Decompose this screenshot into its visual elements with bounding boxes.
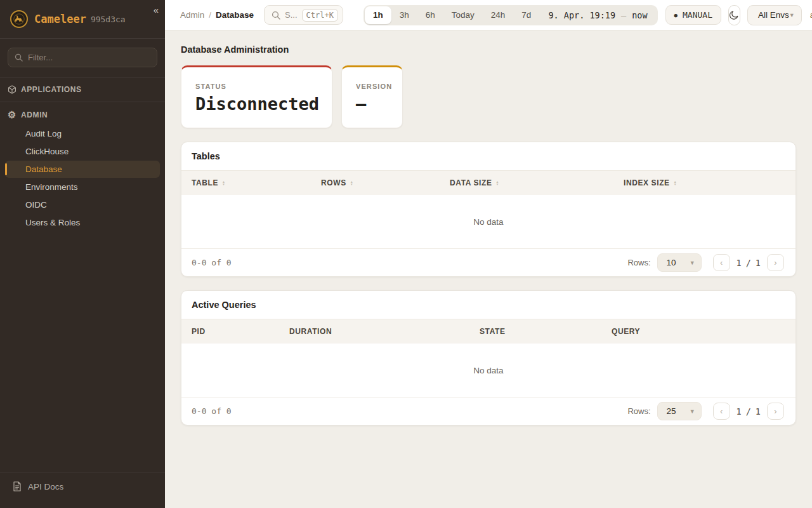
api-docs-link[interactable]: API Docs: [0, 472, 165, 508]
environment-select[interactable]: All Envs ▼: [747, 5, 802, 25]
version-card-label: VERSION: [356, 83, 388, 90]
total-pages: 1: [756, 406, 761, 417]
breadcrumb-admin[interactable]: Admin: [180, 10, 204, 20]
rows-per-page-select[interactable]: 10 ▼: [657, 253, 702, 272]
sidebar-header: Cameleer 995d3ca «: [0, 0, 165, 39]
environment-select-value: All Envs: [758, 10, 789, 20]
total-pages: 1: [756, 258, 761, 268]
time-range-6h[interactable]: 6h: [417, 6, 443, 24]
queries-pagination: 0-0 of 0 Rows: 25 ▼ ‹ 1 / 1 ›: [181, 397, 796, 425]
time-range-1h[interactable]: 1h: [365, 6, 391, 24]
sort-icon: ▲▼: [350, 180, 354, 185]
prev-page-button[interactable]: ‹: [713, 254, 730, 271]
rows-per-page-select[interactable]: 25 ▼: [657, 402, 702, 420]
rows-per-page-label: Rows:: [627, 406, 650, 416]
current-page: 1: [737, 406, 742, 417]
time-range-selector: 1h 3h 6h Today 24h 7d 9. Apr. 19:19 — no…: [363, 5, 658, 25]
global-search-button[interactable]: S... Ctrl+K: [264, 5, 343, 25]
camel-logo-icon: [10, 10, 28, 28]
next-page-button[interactable]: ›: [767, 403, 784, 420]
next-page-button[interactable]: ›: [767, 254, 784, 271]
refresh-mode-button[interactable]: ● MANUAL: [665, 5, 721, 25]
sidebar-item-users-roles[interactable]: Users & Roles: [5, 214, 160, 231]
date-range-start: 9. Apr. 19:19: [548, 10, 615, 20]
app-logo-text: Cameleer: [34, 13, 86, 25]
sidebar-item-database[interactable]: Database: [5, 161, 160, 178]
column-label: DURATION: [289, 327, 332, 336]
stat-cards-row: STATUS Disconnected VERSION —: [181, 65, 796, 128]
column-header-pid[interactable]: PID: [192, 327, 289, 336]
column-header-state[interactable]: STATE: [480, 327, 612, 336]
active-queries-card: Active Queries PID DURATION STATE QUERY …: [181, 290, 796, 425]
breadcrumb: Admin / Database: [180, 10, 254, 20]
filter-input[interactable]: [28, 53, 150, 62]
column-label: TABLE: [192, 178, 218, 187]
column-label: DATA SIZE: [450, 178, 492, 187]
time-range-7d[interactable]: 7d: [513, 6, 539, 24]
column-header-query[interactable]: QUERY: [612, 327, 785, 336]
page-title: Database Administration: [181, 44, 796, 55]
date-range-separator: —: [621, 10, 626, 20]
sidebar-collapse-icon[interactable]: «: [154, 5, 159, 15]
tables-card: Tables TABLE ▲▼ ROWS ▲▼ DATA SIZE ▲▼ IND…: [181, 142, 796, 277]
rows-per-page-label: Rows:: [627, 258, 650, 267]
sort-icon: ▲▼: [496, 180, 500, 185]
section-label: ADMIN: [21, 110, 48, 119]
admin-nav-list: Audit Log ClickHouse Database Environmen…: [0, 123, 165, 237]
page-indicator: 1 / 1: [737, 406, 761, 417]
sidebar-item-clickhouse[interactable]: ClickHouse: [5, 143, 160, 160]
queries-header-row: PID DURATION STATE QUERY: [181, 319, 796, 344]
app-version-hash: 995d3ca: [91, 15, 126, 24]
time-range-today[interactable]: Today: [443, 6, 483, 24]
search-icon: [272, 11, 280, 20]
search-icon: [15, 53, 23, 62]
status-card-label: STATUS: [195, 83, 318, 90]
column-label: QUERY: [612, 327, 640, 336]
sidebar-item-environments[interactable]: Environments: [5, 178, 160, 196]
row-range-text: 0-0 of 0: [192, 258, 232, 267]
current-page: 1: [737, 258, 742, 268]
sidebar-item-oidc[interactable]: OIDC: [5, 196, 160, 213]
tables-empty-state: No data: [181, 195, 796, 248]
main-area: Admin / Database S... Ctrl+K 1h 3h 6h To…: [165, 0, 812, 508]
status-card: STATUS Disconnected: [181, 65, 332, 128]
column-header-index-size[interactable]: INDEX SIZE ▲▼: [624, 178, 785, 187]
status-card-value: Disconnected: [195, 94, 318, 114]
column-label: STATE: [480, 327, 506, 336]
row-range-text: 0-0 of 0: [192, 406, 232, 416]
prev-page-button[interactable]: ‹: [713, 403, 730, 420]
sort-icon: ▲▼: [674, 180, 678, 185]
pager-controls: Rows: 10 ▼ ‹ 1 / 1 ›: [627, 253, 784, 272]
queries-empty-state: No data: [181, 344, 796, 397]
chevron-down-icon: ▼: [690, 260, 695, 266]
sidebar-section-applications[interactable]: APPLICATIONS: [0, 77, 165, 102]
column-header-rows[interactable]: ROWS ▲▼: [321, 178, 450, 187]
column-header-data-size[interactable]: DATA SIZE ▲▼: [450, 178, 624, 187]
document-icon: [13, 481, 22, 491]
date-range-display[interactable]: 9. Apr. 19:19 — now: [539, 10, 656, 20]
page-indicator: 1 / 1: [737, 258, 761, 268]
sidebar-item-audit-log[interactable]: Audit Log: [5, 125, 160, 142]
api-docs-label: API Docs: [28, 482, 63, 491]
time-range-24h[interactable]: 24h: [483, 6, 514, 24]
page-separator: /: [746, 258, 751, 268]
search-placeholder-text: S...: [285, 10, 298, 20]
sort-icon: ▲▼: [222, 180, 226, 185]
tables-pagination: 0-0 of 0 Rows: 10 ▼ ‹ 1 / 1 ›: [181, 248, 796, 276]
moon-icon: [729, 10, 740, 20]
theme-toggle-button[interactable]: [728, 5, 740, 25]
section-label: APPLICATIONS: [21, 85, 82, 94]
breadcrumb-separator: /: [209, 10, 211, 20]
sidebar-section-admin[interactable]: ⚙ ADMIN: [0, 102, 165, 123]
column-header-duration[interactable]: DURATION: [289, 327, 480, 336]
column-header-table[interactable]: TABLE ▲▼: [192, 178, 321, 187]
package-icon: [8, 85, 16, 94]
rows-per-page-value: 25: [667, 406, 676, 416]
gear-icon: ⚙: [8, 110, 16, 119]
content: Database Administration STATUS Disconnec…: [165, 30, 812, 508]
chevron-down-icon: ▼: [690, 408, 695, 415]
filter-input-container[interactable]: [8, 48, 157, 67]
version-card-value: —: [356, 94, 388, 114]
tables-card-title: Tables: [181, 142, 796, 170]
time-range-3h[interactable]: 3h: [391, 6, 417, 24]
